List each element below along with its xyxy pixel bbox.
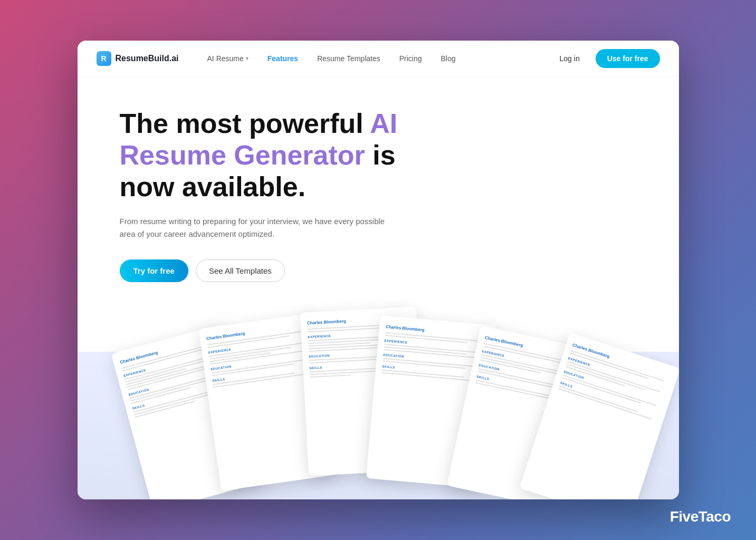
fivetaco-watermark: FiveTaco xyxy=(670,508,731,525)
nav-links: AI Resume ▾ Features Resume Templates Pr… xyxy=(200,50,552,67)
see-all-templates-button[interactable]: See All Templates xyxy=(196,259,285,282)
logo-area[interactable]: R ResumeBuild.ai xyxy=(97,51,179,66)
resume-preview-area: Charles Bloomberg Experience Education xyxy=(78,299,679,499)
nav-item-resume-templates[interactable]: Resume Templates xyxy=(310,50,388,67)
hero-buttons: Try for free See All Templates xyxy=(120,259,415,282)
hero-headline: The most powerful AI Resume Generator is… xyxy=(120,108,415,202)
logo-text: ResumeBuild.ai xyxy=(116,54,179,63)
nav-item-ai-resume[interactable]: AI Resume ▾ xyxy=(200,50,256,67)
hero-subtext: From resume writing to preparing for you… xyxy=(120,215,394,240)
navbar: R ResumeBuild.ai AI Resume ▾ Features Re… xyxy=(78,41,679,76)
nav-item-features[interactable]: Features xyxy=(260,50,305,67)
resume-cards-container: Charles Bloomberg Experience Education xyxy=(78,299,679,499)
login-button[interactable]: Log in xyxy=(552,50,587,67)
nav-item-blog[interactable]: Blog xyxy=(434,50,463,67)
headline-part1: The most powerful xyxy=(120,108,370,139)
resume-line xyxy=(310,374,351,378)
try-for-free-button[interactable]: Try for free xyxy=(120,259,188,282)
use-for-free-button[interactable]: Use for free xyxy=(596,49,660,68)
resume-line xyxy=(558,388,652,419)
chevron-down-icon: ▾ xyxy=(246,55,248,61)
nav-right: Log in Use for free xyxy=(552,49,660,68)
resume-line xyxy=(562,374,656,406)
nav-item-pricing[interactable]: Pricing xyxy=(392,50,429,67)
hero-section: The most powerful AI Resume Generator is… xyxy=(78,76,457,303)
browser-window: R ResumeBuild.ai AI Resume ▾ Features Re… xyxy=(78,41,679,499)
main-content: The most powerful AI Resume Generator is… xyxy=(78,76,679,499)
logo-icon: R xyxy=(97,51,111,66)
